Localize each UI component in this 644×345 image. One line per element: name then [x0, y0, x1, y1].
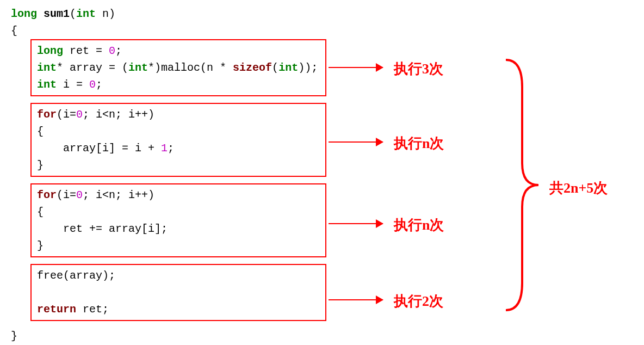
code-block-4: free(array); return ret;	[30, 264, 326, 321]
annotation-total: 共2n+5次	[549, 177, 608, 199]
arrow-4	[329, 299, 383, 300]
code-block-2: for(i=0; i<n; i++) { array[i] = i + 1; }	[30, 103, 326, 177]
close-brace: }	[11, 328, 326, 344]
annotation-3: 执行n次	[394, 214, 444, 236]
code-block-3: for(i=0; i<n; i++) { ret += array[i]; }	[30, 183, 326, 257]
arrow-1	[329, 67, 383, 68]
curly-brace-icon	[500, 54, 544, 316]
func-name: sum1	[44, 8, 70, 20]
type-int: int	[76, 8, 96, 20]
function-signature: long sum1(int n)	[11, 5, 326, 22]
code-area: long sum1(int n) { long ret = 0; int* ar…	[11, 5, 326, 344]
param-name: n	[102, 8, 109, 20]
arrow-2	[329, 141, 383, 143]
annotation-4: 执行2次	[394, 291, 443, 312]
annotation-2: 执行n次	[394, 133, 444, 155]
code-block-1: long ret = 0; int* array = (int*)malloc(…	[30, 39, 326, 96]
type-long: long	[11, 8, 37, 20]
arrow-3	[329, 223, 383, 224]
diagram-root: long sum1(int n) { long ret = 0; int* ar…	[5, 5, 644, 345]
annotation-1: 执行3次	[394, 58, 443, 80]
open-brace: {	[11, 22, 326, 39]
